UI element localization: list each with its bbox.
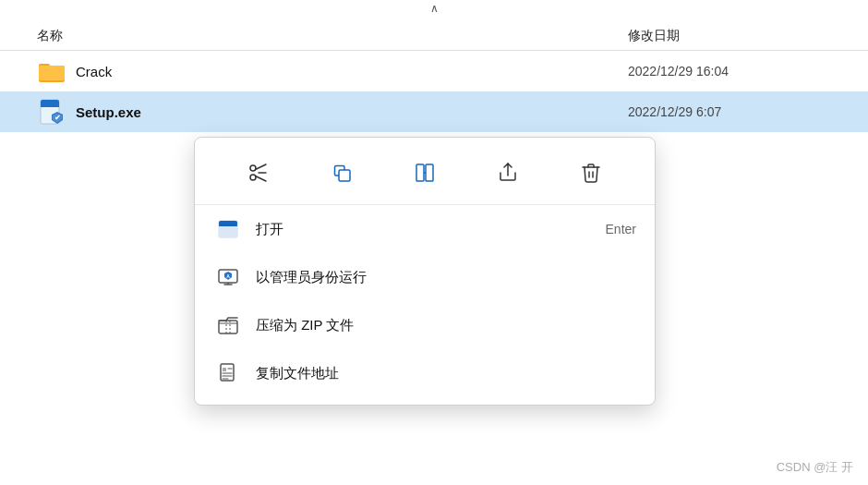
watermark: CSDN @汪 开 [777, 459, 853, 476]
menu-item-copy-path[interactable]: 复制文件地址 [195, 349, 655, 397]
zip-icon [213, 310, 243, 340]
file-row-setup[interactable]: ✔ Setup.exe 2022/12/29 6:07 [0, 91, 868, 132]
menu-item-run-as-admin[interactable]: A 以管理员身份运行 [195, 253, 655, 301]
svg-rect-27 [219, 321, 237, 333]
exe-icon: ✔ [37, 97, 66, 127]
open-icon [213, 214, 243, 244]
copy-path-label: 复制文件地址 [256, 365, 636, 382]
svg-text:A: A [226, 273, 230, 279]
delete-button[interactable] [571, 152, 611, 193]
share-button[interactable] [488, 152, 528, 193]
sort-arrow[interactable]: ∧ [0, 0, 868, 18]
name-column-header[interactable]: 名称 [37, 28, 628, 44]
open-shortcut: Enter [606, 222, 636, 236]
open-label: 打开 [256, 221, 606, 238]
svg-rect-16 [426, 164, 433, 181]
copy-button[interactable] [321, 152, 362, 193]
admin-icon: A [213, 262, 243, 292]
admin-label: 以管理员身份运行 [256, 269, 636, 286]
svg-rect-30 [221, 364, 234, 381]
file-name-setup: Setup.exe [76, 104, 628, 120]
folder-icon [37, 56, 66, 86]
svg-rect-21 [219, 225, 237, 226]
context-menu: 打开 Enter A 以管理员身份运行 [194, 137, 656, 406]
quick-actions-bar [195, 145, 655, 205]
svg-rect-15 [416, 164, 424, 181]
column-header: 名称 修改日期 [0, 18, 868, 51]
file-date-setup: 2022/12/29 6:07 [628, 104, 831, 119]
svg-line-11 [256, 164, 267, 170]
menu-item-compress[interactable]: 压缩为 ZIP 文件 [195, 301, 655, 349]
cut-button[interactable] [238, 152, 279, 193]
svg-text:✔: ✔ [54, 114, 61, 122]
rename-button[interactable] [404, 152, 445, 193]
file-explorer: ∧ 名称 修改日期 Crack 2022/12/29 16:04 [0, 0, 868, 485]
svg-rect-31 [223, 368, 226, 371]
menu-item-open[interactable]: 打开 Enter [195, 205, 655, 253]
svg-rect-14 [339, 170, 350, 181]
file-date-crack: 2022/12/29 16:04 [628, 64, 831, 79]
file-name-crack: Crack [76, 64, 628, 79]
svg-line-12 [256, 176, 267, 182]
copy-path-icon [213, 358, 243, 388]
file-row-crack[interactable]: Crack 2022/12/29 16:04 [0, 51, 868, 91]
zip-label: 压缩为 ZIP 文件 [256, 317, 636, 334]
svg-rect-2 [39, 66, 65, 80]
date-column-header[interactable]: 修改日期 [628, 28, 831, 44]
svg-rect-5 [41, 105, 59, 107]
